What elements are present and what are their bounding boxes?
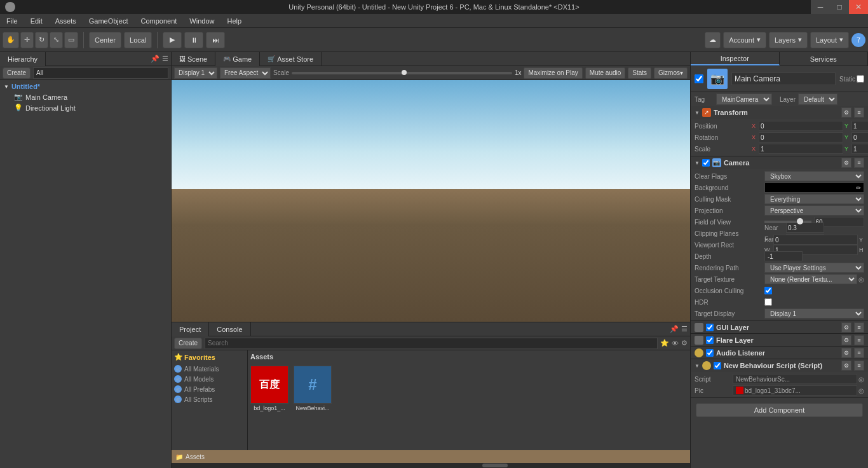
gizmos-button[interactable]: Gizmos ▾	[654, 67, 688, 79]
projection-dropdown[interactable]: Perspective	[764, 205, 864, 216]
occlusion-checkbox[interactable]	[764, 287, 772, 294]
hierarchy-search-input[interactable]	[33, 67, 168, 79]
account-button[interactable]: Account ▾	[723, 32, 766, 48]
transform-settings-icon[interactable]: ⚙	[841, 107, 851, 118]
scale-y-input[interactable]	[851, 144, 868, 154]
inspector-tab[interactable]: Inspector	[691, 52, 780, 65]
gui-layer-settings-icon[interactable]: ⚙	[841, 322, 851, 333]
console-tab[interactable]: Console	[209, 322, 250, 336]
settings-icon[interactable]: ⚙	[681, 339, 688, 347]
target-display-dropdown[interactable]: Display 1	[764, 308, 864, 319]
camera-header[interactable]: ▼ 📷 Camera ⚙ ≡	[691, 156, 868, 169]
scale-slider[interactable]	[292, 72, 512, 74]
hierarchy-create-button[interactable]: Create	[3, 67, 31, 79]
static-checkbox[interactable]	[857, 75, 864, 83]
asset-item-1[interactable]: # NewBehavi...	[294, 366, 332, 411]
nb-settings-icon[interactable]: ⚙	[841, 361, 851, 371]
layout-button[interactable]: Layout ▾	[810, 32, 849, 48]
scene-tab[interactable]: 🖼 Scene	[172, 52, 215, 66]
fov-slider[interactable]	[764, 221, 811, 223]
transform-header[interactable]: ▼ ↗ Transform ⚙ ≡	[691, 106, 868, 119]
hierarchy-menu[interactable]: ☰	[162, 55, 168, 63]
rendering-path-dropdown[interactable]: Use Player Settings	[764, 263, 864, 273]
center-button[interactable]: Center	[89, 32, 121, 48]
fav-all-scripts[interactable]: ◎ All Scripts	[174, 394, 245, 404]
project-menu[interactable]: ☰	[681, 325, 688, 333]
cloud-button[interactable]: ☁	[705, 32, 721, 48]
close-button[interactable]: ✕	[849, 0, 868, 14]
flare-menu-icon[interactable]: ≡	[854, 335, 864, 345]
nb-checkbox[interactable]	[714, 362, 721, 369]
mute-button[interactable]: Mute audio	[585, 67, 625, 79]
minimize-button[interactable]: ─	[811, 0, 830, 14]
hand-tool[interactable]: ✋	[3, 32, 19, 48]
rect-tool[interactable]: ▭	[64, 32, 78, 48]
hierarchy-item-light[interactable]: 💡 Directional Light	[1, 102, 170, 113]
layer-dropdown[interactable]: Default	[798, 93, 837, 105]
hierarchy-item-camera[interactable]: 📷 Main Camera	[1, 92, 170, 102]
project-tab[interactable]: Project	[172, 322, 209, 336]
project-pin[interactable]: 📌	[670, 325, 679, 333]
rotate-tool[interactable]: ↻	[35, 32, 48, 48]
flare-settings-icon[interactable]: ⚙	[841, 335, 851, 345]
menu-help[interactable]: Help	[220, 14, 248, 27]
menu-gameobject[interactable]: GameObject	[83, 14, 135, 27]
rot-y-input[interactable]	[851, 132, 868, 142]
maximize-button[interactable]: □	[830, 0, 849, 14]
camera-menu-icon[interactable]: ≡	[854, 158, 864, 168]
flare-layer-checkbox[interactable]	[706, 336, 714, 344]
add-component-button[interactable]: Add Component	[696, 403, 863, 417]
menu-window[interactable]: Window	[183, 14, 220, 27]
stats-button[interactable]: Stats	[628, 67, 651, 79]
background-color-swatch[interactable]: ✏	[764, 182, 864, 193]
menu-edit[interactable]: Edit	[24, 14, 49, 27]
maximize-button[interactable]: Maximize on Play	[524, 67, 582, 79]
audio-checkbox[interactable]	[706, 349, 714, 357]
hierarchy-tab[interactable]: Hierarchy	[0, 52, 46, 66]
object-active-checkbox[interactable]	[695, 74, 703, 83]
camera-settings-icon[interactable]: ⚙	[841, 158, 851, 168]
depth-input[interactable]	[764, 251, 803, 261]
camera-enabled-checkbox[interactable]	[702, 159, 710, 167]
script-pick-icon[interactable]: ◎	[858, 376, 864, 383]
near-input[interactable]	[786, 223, 824, 233]
game-tab[interactable]: 🎮 Game	[215, 52, 260, 66]
services-tab[interactable]: Services	[780, 52, 869, 65]
aspect-select[interactable]: Free Aspect	[220, 67, 271, 79]
object-name-input[interactable]	[731, 72, 836, 85]
audio-settings-icon[interactable]: ⚙	[841, 348, 851, 358]
menu-file[interactable]: File	[0, 14, 24, 27]
fav-all-models[interactable]: ◎ All Models	[174, 374, 245, 384]
play-button[interactable]: ▶	[163, 32, 182, 48]
project-create-button[interactable]: Create	[174, 338, 202, 349]
hdr-checkbox[interactable]	[764, 298, 772, 306]
new-behaviour-header[interactable]: ▼ New Behaviour Script (Script) ⚙ ≡	[691, 359, 868, 372]
local-button[interactable]: Local	[124, 32, 152, 48]
scale-x-input[interactable]	[759, 144, 843, 154]
project-search-input[interactable]	[205, 338, 658, 349]
pause-button[interactable]: ⏸	[184, 32, 203, 48]
fav-all-materials[interactable]: ◎ All Materials	[174, 364, 245, 374]
pic-pick-icon[interactable]: ◎	[858, 387, 864, 394]
tag-dropdown[interactable]: MainCamera	[716, 93, 772, 105]
transform-menu-icon[interactable]: ≡	[854, 107, 864, 118]
clear-flags-dropdown[interactable]: Skybox	[764, 171, 864, 181]
hierarchy-pin[interactable]: 📌	[151, 55, 159, 63]
move-tool[interactable]: ✛	[20, 32, 34, 48]
user-avatar[interactable]: 7	[851, 33, 865, 47]
nb-menu-icon[interactable]: ≡	[854, 361, 864, 371]
asset-item-0[interactable]: 百度 bd_logo1_...	[250, 366, 288, 411]
scale-tool[interactable]: ⤡	[50, 32, 63, 48]
menu-assets[interactable]: Assets	[49, 14, 83, 27]
target-texture-pick[interactable]: ◎	[858, 276, 864, 283]
gui-layer-section[interactable]: GUI Layer ⚙ ≡	[691, 321, 868, 334]
rot-x-input[interactable]	[759, 132, 843, 142]
step-button[interactable]: ⏭	[206, 32, 225, 48]
flare-layer-section[interactable]: Flare Layer ⚙ ≡	[691, 334, 868, 347]
hierarchy-scene-root[interactable]: ▼ Untitled*	[1, 81, 170, 92]
gui-layer-checkbox[interactable]	[706, 324, 714, 331]
target-texture-dropdown[interactable]: None (Render Textu...	[764, 274, 857, 284]
audio-menu-icon[interactable]: ≡	[854, 348, 864, 358]
menu-component[interactable]: Component	[134, 14, 183, 27]
display-select[interactable]: Display 1	[174, 67, 217, 79]
